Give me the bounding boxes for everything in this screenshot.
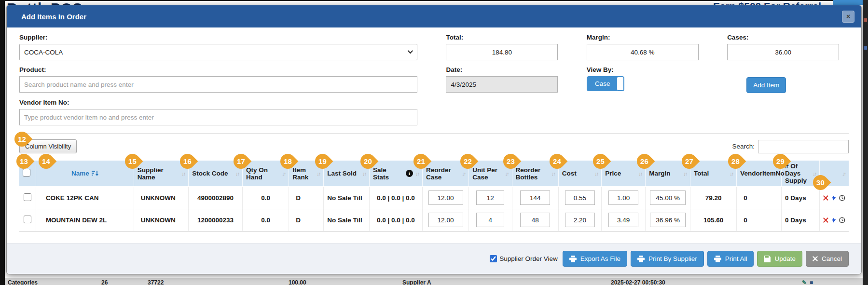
column-header-name[interactable]: Name — [71, 170, 89, 177]
sort-icon[interactable]: ↓↑ — [282, 171, 285, 176]
cell-total: 105.60 — [690, 209, 737, 231]
product-search-input[interactable] — [19, 76, 417, 93]
column-header-stock-code[interactable]: Stock Code — [192, 170, 233, 177]
modal-footer: Supplier Order View Export As File Print… — [7, 243, 861, 274]
view-by-toggle[interactable]: Case — [587, 76, 624, 91]
background-right-scroll-edge — [863, 0, 868, 285]
cell-vendor-item-no: 0 — [737, 187, 782, 209]
column-header-cost[interactable]: Cost — [562, 170, 592, 177]
print-all-button[interactable]: Print All — [707, 251, 754, 267]
column-header-sale-stats[interactable]: Sale Stats — [373, 166, 403, 181]
clock-icon[interactable] — [839, 194, 845, 202]
supplier-order-view-label: Supplier Order View — [499, 255, 558, 262]
select-all-checkbox[interactable] — [23, 169, 30, 176]
cost-input[interactable] — [565, 213, 595, 227]
unit-per-case-input[interactable] — [476, 213, 504, 227]
background-left-edge — [0, 0, 5, 285]
margin-label: Margin: — [587, 34, 699, 41]
background-top-button — [833, 0, 863, 5]
sort-icon[interactable]: ↓↑ — [362, 171, 366, 176]
table-row: MOUNTAIN DEW 2L UNKNOWN 1200000233 0.0 D… — [19, 209, 849, 231]
sort-icon[interactable]: ↓↑ — [181, 171, 185, 176]
sort-icon[interactable]: ↓↑ — [730, 171, 733, 176]
column-header-price[interactable]: Price — [605, 170, 636, 177]
sort-icon[interactable]: ↓↑ — [594, 171, 598, 176]
supplier-select[interactable]: COCA-COLA — [19, 44, 417, 60]
search-input[interactable] — [758, 140, 849, 153]
sort-icon[interactable]: ↓↑ — [683, 171, 687, 176]
column-header-vendor-item-no[interactable]: VendorItemNo — [740, 170, 785, 177]
column-header-qty-on-hand[interactable]: Qty On Hand — [246, 166, 279, 181]
clock-icon[interactable] — [839, 217, 845, 224]
export-as-file-button[interactable]: Export As File — [563, 251, 627, 267]
column-header-reorder-bottles[interactable]: Reorder Bottles — [516, 166, 549, 181]
add-item-button[interactable]: Add Item — [746, 77, 786, 93]
cell-sale-stats: 0.0 | 0.0 | 0.0 — [369, 187, 422, 209]
total-field[interactable] — [446, 44, 558, 60]
reorder-case-input[interactable] — [428, 190, 463, 205]
background-table-row: Categories 26 37722 100.00 Supplier A 20… — [5, 278, 863, 285]
table-row: COKE 12PK CAN UNKNOWN 4900002890 0.0 D N… — [19, 187, 849, 209]
update-button[interactable]: Update — [757, 251, 802, 267]
column-header-days-supply[interactable]: # Of Days Supply — [785, 163, 810, 184]
vendor-item-no-input[interactable] — [19, 109, 417, 125]
column-header-total[interactable]: Total — [694, 170, 727, 177]
supplier-label: Supplier: — [19, 34, 417, 41]
print-by-supplier-button[interactable]: Print By Supplier — [631, 251, 704, 267]
lightning-icon[interactable] — [832, 194, 836, 202]
column-header-item-rank[interactable]: Item Rank — [292, 166, 314, 181]
column-header-unit-per-case[interactable]: Unit Per Case — [472, 166, 502, 181]
cell-days-supply: 0 Days — [782, 187, 820, 209]
row-checkbox[interactable] — [24, 193, 31, 201]
cell-item-rank: D — [289, 187, 324, 209]
margin-input[interactable] — [650, 213, 686, 227]
cell-name: COKE 12PK CAN — [36, 187, 134, 209]
modal-title: Add Items In Order — [21, 13, 86, 21]
cell-supplier-name: UNKNOWN — [134, 187, 188, 209]
price-input[interactable] — [608, 190, 638, 205]
cell-vendor-item-no: 0 — [737, 209, 782, 231]
background-right-marker — [864, 46, 867, 50]
printer-icon — [637, 256, 645, 262]
printer-icon — [569, 256, 577, 262]
row-checkbox[interactable] — [24, 216, 31, 223]
margin-field[interactable] — [587, 44, 699, 60]
margin-input[interactable] — [650, 190, 686, 205]
date-field[interactable] — [446, 76, 558, 93]
cell-days-supply: 0 Days — [782, 209, 820, 231]
sort-icon[interactable]: ↓↑ — [505, 171, 509, 176]
vendor-item-no-label: Vendor Item No: — [19, 99, 417, 106]
delete-icon[interactable] — [823, 217, 828, 223]
sort-icon[interactable]: ↓↑ — [813, 171, 816, 176]
sort-icon[interactable]: ↓↑ — [415, 171, 419, 176]
cases-label: Cases: — [727, 34, 839, 41]
sort-icon[interactable]: ↓↑ — [551, 171, 555, 176]
reorder-case-input[interactable] — [428, 213, 463, 227]
cost-input[interactable] — [565, 190, 595, 205]
background-right-marker — [864, 18, 867, 22]
reorder-bottles-input[interactable] — [520, 190, 550, 205]
sort-icon[interactable]: ↓↑ — [317, 171, 320, 176]
divider — [19, 133, 849, 134]
supplier-order-view-checkbox[interactable] — [490, 255, 497, 262]
column-header-last-sold[interactable]: Last Sold — [327, 170, 360, 177]
sort-icon[interactable]: ↓↑ — [638, 171, 642, 176]
sort-icon[interactable]: ↓↑ — [462, 171, 465, 176]
delete-icon[interactable] — [823, 195, 828, 201]
modal-body: Supplier: COCA-COLA Total: Margin: — [7, 27, 861, 231]
sort-icon[interactable]: ↓↑ — [235, 171, 239, 176]
cancel-button[interactable]: Cancel — [806, 251, 849, 267]
column-header-supplier-name[interactable]: Supplier Name — [138, 166, 179, 181]
sort-active-icon — [92, 170, 98, 176]
sort-icon[interactable]: ↓↑ — [842, 171, 845, 176]
cases-field[interactable] — [727, 44, 839, 60]
unit-per-case-input[interactable] — [476, 190, 504, 205]
column-header-margin[interactable]: Margin — [649, 170, 681, 177]
close-icon[interactable]: × — [842, 11, 854, 23]
info-icon[interactable]: i — [406, 170, 413, 177]
price-input[interactable] — [608, 213, 638, 227]
reorder-bottles-input[interactable] — [520, 213, 550, 227]
screen: BottlePOS Earn $500 For Referral Categor… — [0, 0, 868, 285]
column-header-reorder-case[interactable]: Reorder Case — [426, 166, 459, 181]
lightning-icon[interactable] — [832, 217, 836, 224]
